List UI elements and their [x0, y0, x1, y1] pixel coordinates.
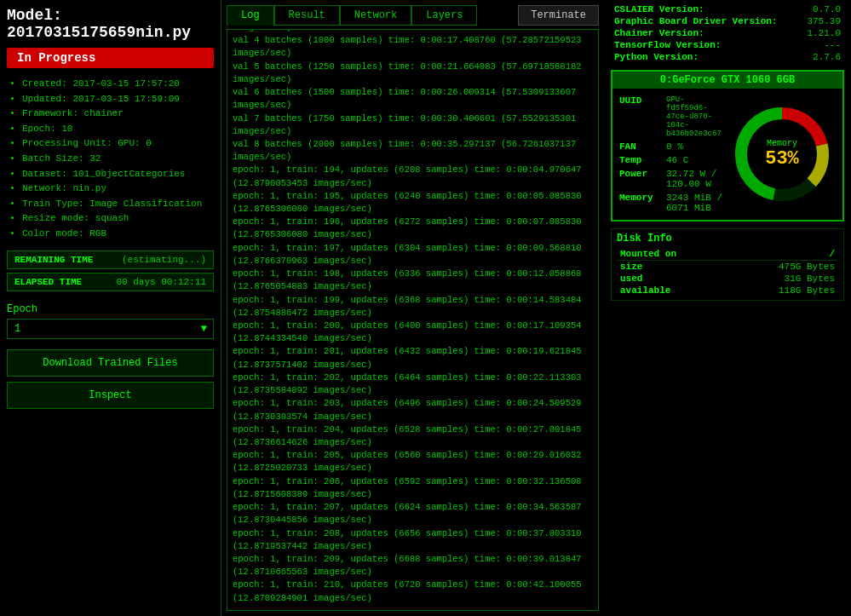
- gpu-power-label: Power: [618, 167, 664, 191]
- disk-table: Mounted on/ size475G Bytesused31G Bytesa…: [617, 248, 838, 296]
- left-panel: Model: 20170315175659nin.py In Progress …: [0, 0, 221, 616]
- gpu-uuid-label: UUID: [618, 94, 664, 140]
- disk-row: size475G Bytes: [617, 261, 838, 273]
- tabs-container: LogResultNetworkLayers: [227, 5, 477, 26]
- info-list: Created: 2017-03-15 17:57:20Updated: 201…: [7, 77, 214, 242]
- disk-title: Disk Info: [617, 233, 838, 245]
- info-item: Batch Size: 32: [22, 152, 214, 167]
- gpu-box: 0:GeForce GTX 1060 6GB UUID GPU-fd5f59d6…: [611, 70, 844, 222]
- version-label: CSLAIER Version:: [611, 3, 799, 15]
- gpu-fan-value: 0 %: [664, 140, 727, 153]
- log-line: epoch: 1, train: 200, updates (6400 samp…: [233, 320, 593, 345]
- disk-row-value: 118G Bytes: [727, 285, 838, 296]
- download-trained-files-button[interactable]: Download Trained Files: [7, 349, 214, 377]
- gpu-right: Memory 53%: [727, 94, 837, 215]
- info-item: Network: nin.py: [22, 181, 214, 197]
- gpu-memory-value: 3243 MiB / 6071 MiB: [664, 191, 727, 215]
- gpu-title: 0:GeForce GTX 1060 6GB: [612, 72, 842, 89]
- tab-result[interactable]: Result: [274, 5, 340, 26]
- log-line: epoch: 1, train: 209, updates (6688 samp…: [233, 553, 593, 579]
- log-line: epoch: 1, train: 207, updates (6624 samp…: [233, 501, 593, 527]
- disk-row: used31G Bytes: [617, 273, 838, 285]
- gpu-details: UUID GPU-fd5f59d6-47ce-d870-104c-b436b02…: [612, 89, 842, 220]
- status-badge: In Progress: [7, 48, 214, 68]
- elapsed-value: 00 days 00:12:11: [116, 277, 206, 287]
- gpu-temp-value: 46 C: [664, 153, 727, 167]
- info-item: Processing Unit: GPU: 0: [22, 136, 214, 152]
- version-value: 0.7.0: [799, 3, 844, 15]
- info-item: Dataset: 101_ObjectCategories: [22, 167, 214, 182]
- version-label: TensorFlow Version:: [611, 39, 799, 51]
- disk-col-header: /: [727, 248, 838, 261]
- log-area[interactable]: {"loss": 5.058288587789072, "iteration":…: [227, 29, 599, 611]
- disk-row-label: used: [617, 273, 727, 285]
- log-line: epoch: 1, train: 197, updates (6304 samp…: [233, 242, 593, 268]
- gpu-fan-row: FAN 0 %: [618, 140, 727, 153]
- remaining-label: REMAINING TIME: [14, 255, 93, 265]
- gpu-info-table: UUID GPU-fd5f59d6-47ce-d870-104c-b436b02…: [618, 94, 727, 215]
- log-line: epoch: 1, train: 196, updates (6272 samp…: [233, 216, 593, 241]
- log-line: val 8 batches (2000 samples) time: 0:00:…: [233, 138, 593, 164]
- version-row: TensorFlow Version:---: [611, 39, 844, 51]
- epoch-select[interactable]: 1: [7, 319, 214, 339]
- info-item: Updated: 2017-03-15 17:59:09: [22, 92, 214, 107]
- right-panel: CSLAIER Version:0.7.0Graphic Board Drive…: [604, 0, 851, 616]
- tabs-row: LogResultNetworkLayers Terminate: [227, 5, 599, 26]
- log-line: epoch: 1, train: 202, updates (6464 samp…: [233, 371, 593, 397]
- remaining-value: (estimating...): [122, 255, 206, 265]
- log-line: val 5 batches (1250 samples) time: 0:00:…: [233, 60, 593, 86]
- version-value: 1.21.0: [799, 27, 844, 39]
- version-row: Python Version:2.7.6: [611, 51, 844, 63]
- epoch-label: Epoch: [7, 303, 214, 315]
- terminate-button[interactable]: Terminate: [518, 5, 599, 26]
- version-value: 2.7.6: [799, 51, 844, 63]
- log-line: epoch: 1, train: 194, updates (6208 samp…: [233, 164, 593, 189]
- model-title: Model: 20170315175659nin.py: [7, 7, 214, 41]
- log-line: epoch: 1, train: 210, updates (6720 samp…: [233, 579, 593, 604]
- version-value: ---: [799, 39, 844, 51]
- log-line: epoch: 1, train: 208, updates (6656 samp…: [233, 527, 593, 553]
- disk-box: Disk Info Mounted on/ size475G Bytesused…: [611, 228, 844, 301]
- info-item: Color mode: RGB: [22, 227, 214, 242]
- tab-layers[interactable]: Layers: [411, 5, 477, 26]
- info-item: Resize mode: squash: [22, 211, 214, 227]
- disk-header-row: Mounted on/: [617, 248, 838, 261]
- gpu-memory-row: Memory 3243 MiB / 6071 MiB: [618, 191, 727, 215]
- version-row: Graphic Board Driver Version:375.39: [611, 15, 844, 27]
- epoch-select-wrapper: 1 ▼: [7, 319, 214, 339]
- version-label: Chainer Version:: [611, 27, 799, 39]
- version-row: CSLAIER Version:0.7.0: [611, 3, 844, 15]
- remaining-time-box: REMAINING TIME (estimating...): [7, 250, 214, 269]
- log-line: val 4 batches (1000 samples) time: 0:00:…: [233, 34, 593, 60]
- info-item: Created: 2017-03-15 17:57:20: [22, 77, 214, 92]
- log-line: epoch: 1, train: 198, updates (6336 samp…: [233, 268, 593, 293]
- disk-row-value: 31G Bytes: [727, 273, 838, 285]
- log-line: epoch: 1, train: 199, updates (6368 samp…: [233, 294, 593, 320]
- gpu-fan-label: FAN: [618, 140, 664, 153]
- donut-center-text: Memory 53%: [765, 139, 799, 170]
- log-line: epoch: 1, train: 205, updates (6560 samp…: [233, 449, 593, 475]
- log-line: epoch: 1, train: 206, updates (6592 samp…: [233, 475, 593, 501]
- tab-log[interactable]: Log: [227, 5, 274, 26]
- log-line: epoch: 1, train: 201, updates (6432 samp…: [233, 345, 593, 371]
- gpu-left: UUID GPU-fd5f59d6-47ce-d870-104c-b436b02…: [618, 94, 727, 215]
- donut-label: Memory: [765, 139, 799, 148]
- version-row: Chainer Version:1.21.0: [611, 27, 844, 39]
- version-table: CSLAIER Version:0.7.0Graphic Board Drive…: [611, 3, 844, 63]
- elapsed-label: ELAPSED TIME: [14, 277, 82, 287]
- center-panel: LogResultNetworkLayers Terminate {"loss"…: [221, 0, 604, 616]
- gpu-temp-label: Temp: [618, 153, 664, 167]
- gpu-power-row: Power 32.72 W / 120.00 W: [618, 167, 727, 191]
- disk-row: available118G Bytes: [617, 285, 838, 296]
- gpu-temp-row: Temp 46 C: [618, 153, 727, 167]
- disk-row-label: size: [617, 261, 727, 273]
- inspect-button[interactable]: Inspect: [7, 382, 214, 409]
- donut-percent: 53%: [765, 148, 799, 170]
- version-label: Graphic Board Driver Version:: [611, 15, 799, 27]
- disk-row-value: 475G Bytes: [727, 261, 838, 273]
- tab-network[interactable]: Network: [340, 5, 411, 26]
- gpu-uuid-value: GPU-fd5f59d6-47ce-d870-104c-b436b02e3c67: [664, 94, 727, 140]
- info-item: Epoch: 10: [22, 122, 214, 137]
- gpu-power-value: 32.72 W / 120.00 W: [664, 167, 727, 191]
- elapsed-time-box: ELAPSED TIME 00 days 00:12:11: [7, 273, 214, 291]
